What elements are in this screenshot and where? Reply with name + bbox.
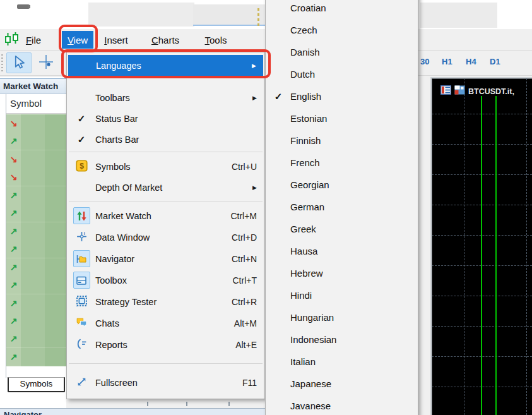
market-watch-row[interactable]: ↗ [6,330,66,348]
market-watch-row[interactable]: ↗ [6,258,66,277]
chart-window-icon[interactable] [454,85,465,97]
svg-text:$: $ [80,161,84,170]
price-cell [45,186,66,205]
language-item-dutch[interactable]: Dutch [266,63,417,85]
menu-item-strategy-tester[interactable]: Strategy TesterCtrl+R [68,291,264,312]
language-item-english[interactable]: ✓English [266,85,417,107]
menu-item-label: Chats [95,318,119,328]
language-item-estonian[interactable]: Estonian [266,107,417,129]
menu-separator [69,152,263,152]
tab-symbols[interactable]: Symbols [8,377,65,392]
language-label: Hausa [290,246,317,256]
quotes-table-icon[interactable] [440,85,451,97]
language-item-finnish[interactable]: Finnish [266,129,417,152]
hidden-tab-tick [186,402,187,406]
menu-insert[interactable]: Insert [98,31,134,49]
mt5-logo-icon [4,32,20,48]
menu-charts[interactable]: Charts [146,31,184,49]
market-watch-row[interactable]: ↗ [6,204,66,222]
menu-item-label: Toolbars [95,93,130,103]
menu-view[interactable]: View [62,31,93,49]
market-watch-row[interactable]: ↗ [6,312,66,330]
menu-item-chats[interactable]: ChatsAlt+M [68,313,264,334]
chart-vertical-line [495,96,497,415]
language-item-hindi[interactable]: Hindi [266,284,417,306]
menu-item-label: Toolbox [95,275,127,286]
language-label: Indonesian [290,334,336,345]
language-item-japanese[interactable]: Japanese [266,373,417,395]
language-item-italian[interactable]: Italian [266,351,417,373]
menu-item-symbols[interactable]: $SymbolsCtrl+U [68,156,264,177]
menu-item-status-bar[interactable]: ✓Status Bar [68,108,264,129]
language-item-indonesian[interactable]: Indonesian [266,328,417,351]
menu-item-reports[interactable]: ReportsAlt+E [68,334,264,355]
redacted-block [420,3,497,28]
market-watch-row[interactable]: ↗ [6,294,66,313]
language-label: Hungarian [290,312,334,323]
menu-tools[interactable]: Tools [199,31,233,49]
menu-item-fullscreen[interactable]: FullscreenF11 [68,372,264,393]
menu-item-label: Reports [95,340,127,350]
timeframe-h4[interactable]: H4 [466,57,476,66]
language-item-javanese[interactable]: Javanese [266,395,417,415]
menu-item-navigator[interactable]: NavigatorCtrl+N [68,248,264,269]
market-watch-row[interactable]: ↗ [6,276,66,294]
redacted-block [88,3,194,27]
cursor-tool-button[interactable] [6,52,32,73]
language-item-hebrew[interactable]: Hebrew [266,262,417,284]
menu-separator [69,363,263,364]
market-watch-row[interactable]: ↗ [6,348,66,366]
menu-file[interactable]: File [19,31,48,49]
market-watch-row[interactable]: ↗ [6,186,66,205]
symbol-column-header[interactable]: Symbol [6,94,66,114]
language-label: Javanese [290,400,331,411]
crosshair-icon [38,54,54,73]
view-menu-popup: Languages▶Toolbars▶✓Status Bar✓Charts Ba… [66,52,265,399]
language-item-french[interactable]: French [266,152,417,174]
market-watch-row[interactable]: ↗ [6,132,66,150]
redacted-block [193,4,265,25]
timeframe-30[interactable]: 30 [420,57,429,66]
language-item-czech[interactable]: Czech [266,19,417,41]
shortcut-label: Alt+M [234,318,264,328]
price-up-arrow-icon: ↗ [6,204,21,222]
crosshair-tool-button[interactable] [36,54,56,73]
reports-icon [76,338,88,352]
menu-item-depth-of-market[interactable]: Depth Of Market▶ [68,177,264,198]
language-label: Dutch [290,69,315,80]
language-label: Hebrew [290,268,323,279]
symbol-cell [21,222,45,241]
market-watch-row[interactable]: ↗ [6,240,66,258]
timeframe-d1[interactable]: D1 [490,57,500,66]
menu-item-market-watch[interactable]: Market WatchCtrl+M [68,205,264,226]
menu-item-charts-bar[interactable]: ✓Charts Bar [68,129,264,150]
toolbar-grip[interactable] [1,54,3,72]
symbol-cell [21,132,45,150]
language-item-georgian[interactable]: Georgian [266,174,417,196]
symbol-cell [21,276,45,294]
language-item-danish[interactable]: Danish [266,41,417,63]
price-cell [45,348,66,366]
menu-item-data-window[interactable]: iData WindowCtrl+D [68,227,264,248]
language-item-greek[interactable]: Greek [266,218,417,240]
market-watch-row[interactable]: ↗ [6,222,66,241]
market-watch-row[interactable]: ↘ [6,168,66,186]
menu-item-label: Depth Of Market [95,183,162,193]
language-item-hungarian[interactable]: Hungarian [266,306,417,328]
timeframe-h1[interactable]: H1 [442,57,452,66]
chart-window[interactable]: BTCUSDT.it, [430,77,532,415]
redacted-underline [193,25,265,26]
market-watch-row[interactable]: ↘ [6,114,66,133]
language-item-german[interactable]: German [266,196,417,218]
menu-item-toolbars[interactable]: Toolbars▶ [68,87,264,108]
language-item-hausa[interactable]: Hausa [266,240,417,262]
chart-vertical-line [481,96,482,415]
toolbox-icon [73,272,90,289]
menu-item-label: Languages [96,61,141,71]
menu-item-toolbox[interactable]: ToolboxCtrl+T [68,270,264,291]
market-watch-row[interactable]: ↘ [6,150,66,169]
menu-item-languages[interactable]: Languages▶ [68,55,263,76]
shortcut-label: Ctrl+M [230,211,264,221]
language-item-croatian[interactable]: Croatian [266,0,417,19]
language-label: Japanese [290,378,331,389]
